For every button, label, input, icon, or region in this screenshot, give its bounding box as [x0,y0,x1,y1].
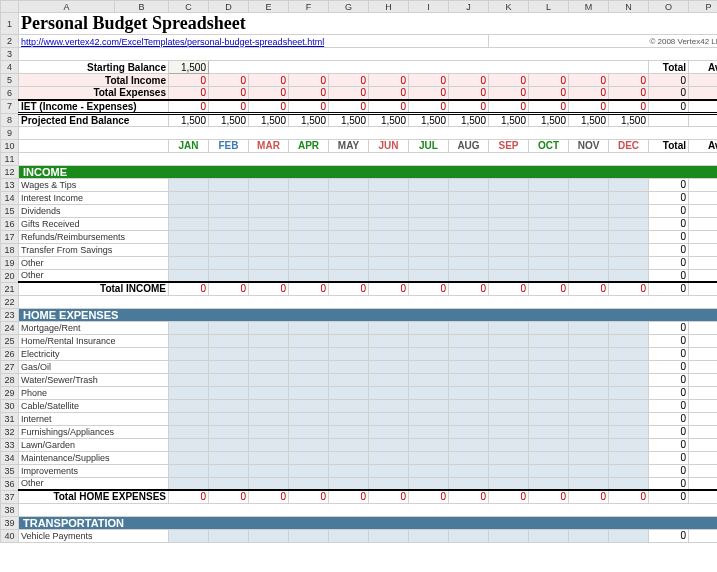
data-cell[interactable] [489,477,529,490]
data-cell[interactable] [289,386,329,399]
data-cell[interactable] [329,269,369,282]
data-cell[interactable] [609,477,649,490]
data-cell[interactable] [329,217,369,230]
data-cell[interactable] [329,334,369,347]
data-cell[interactable] [369,204,409,217]
list-item[interactable]: Water/Sewer/Trash [19,373,169,386]
col-M[interactable]: M [569,1,609,13]
data-cell[interactable] [569,347,609,360]
data-cell[interactable] [529,412,569,425]
data-cell[interactable] [609,438,649,451]
data-cell[interactable] [289,269,329,282]
data-cell[interactable] [609,347,649,360]
data-cell[interactable] [409,425,449,438]
data-cell[interactable] [569,334,609,347]
data-cell[interactable] [369,477,409,490]
data-cell[interactable] [489,373,529,386]
data-cell[interactable] [209,230,249,243]
data-cell[interactable] [569,360,609,373]
data-cell[interactable] [209,399,249,412]
data-cell[interactable] [529,425,569,438]
data-cell[interactable] [209,191,249,204]
data-cell[interactable] [289,360,329,373]
data-cell[interactable] [529,334,569,347]
data-cell[interactable] [449,477,489,490]
data-cell[interactable] [169,360,209,373]
source-link[interactable]: http://www.vertex42.com/ExcelTemplates/p… [21,37,324,47]
list-item[interactable]: Other [19,256,169,269]
data-cell[interactable] [569,217,609,230]
data-cell[interactable] [329,321,369,334]
data-cell[interactable] [569,438,609,451]
data-cell[interactable] [369,269,409,282]
data-cell[interactable] [529,230,569,243]
data-cell[interactable] [249,399,289,412]
data-cell[interactable] [609,204,649,217]
data-cell[interactable] [609,191,649,204]
col-H[interactable]: H [369,1,409,13]
data-cell[interactable] [529,347,569,360]
data-cell[interactable] [329,243,369,256]
data-cell[interactable] [249,477,289,490]
data-cell[interactable] [529,243,569,256]
data-cell[interactable] [569,321,609,334]
data-cell[interactable] [169,451,209,464]
data-cell[interactable] [569,386,609,399]
data-cell[interactable] [289,477,329,490]
data-cell[interactable] [329,464,369,477]
data-cell[interactable] [209,243,249,256]
data-cell[interactable] [169,217,209,230]
list-item[interactable]: Internet [19,412,169,425]
data-cell[interactable] [609,529,649,542]
data-cell[interactable] [529,464,569,477]
data-cell[interactable] [209,269,249,282]
data-cell[interactable] [249,204,289,217]
data-cell[interactable] [489,386,529,399]
data-cell[interactable] [369,412,409,425]
data-cell[interactable] [249,425,289,438]
list-item[interactable]: Dividends [19,204,169,217]
data-cell[interactable] [569,373,609,386]
data-cell[interactable] [489,269,529,282]
data-cell[interactable] [449,347,489,360]
list-item[interactable]: Phone [19,386,169,399]
data-cell[interactable] [529,321,569,334]
data-cell[interactable] [329,230,369,243]
data-cell[interactable] [409,243,449,256]
list-item[interactable]: Other [19,477,169,490]
data-cell[interactable] [369,243,409,256]
data-cell[interactable] [169,412,209,425]
row-2[interactable]: 2 [1,35,19,48]
data-cell[interactable] [249,464,289,477]
data-cell[interactable] [529,204,569,217]
data-cell[interactable] [449,412,489,425]
data-cell[interactable] [249,334,289,347]
data-cell[interactable] [369,321,409,334]
data-cell[interactable] [369,464,409,477]
data-cell[interactable] [409,269,449,282]
data-cell[interactable] [329,256,369,269]
data-cell[interactable] [409,438,449,451]
data-cell[interactable] [169,373,209,386]
data-cell[interactable] [409,451,449,464]
data-cell[interactable] [169,321,209,334]
list-item[interactable]: Lawn/Garden [19,438,169,451]
col-L[interactable]: L [529,1,569,13]
data-cell[interactable] [489,334,529,347]
data-cell[interactable] [289,243,329,256]
data-cell[interactable] [409,399,449,412]
data-cell[interactable] [449,204,489,217]
data-cell[interactable] [609,321,649,334]
data-cell[interactable] [489,230,529,243]
data-cell[interactable] [329,425,369,438]
data-cell[interactable] [209,464,249,477]
data-cell[interactable] [569,451,609,464]
data-cell[interactable] [209,360,249,373]
data-cell[interactable] [489,451,529,464]
col-A[interactable]: A [19,1,115,13]
data-cell[interactable] [329,191,369,204]
data-cell[interactable] [409,412,449,425]
data-cell[interactable] [369,347,409,360]
data-cell[interactable] [369,256,409,269]
data-cell[interactable] [569,191,609,204]
